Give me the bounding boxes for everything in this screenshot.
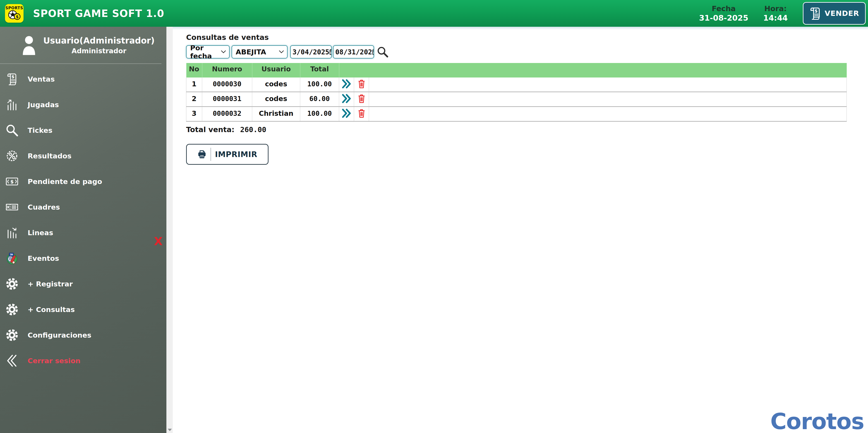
vender-label: VENDER — [825, 9, 859, 18]
search-icon — [5, 124, 19, 137]
scrollbar-down-arrow-icon[interactable] — [168, 429, 172, 431]
date-from-input[interactable]: 3/04/2025 — [290, 45, 332, 58]
sidebar-item-configuraciones[interactable]: Configuraciones — [0, 322, 166, 348]
calendar-icon[interactable] — [330, 49, 332, 55]
svg-text:$: $ — [814, 8, 818, 13]
sidebar-item-tickes[interactable]: Tickes — [0, 117, 166, 143]
sidebar-item-pendiente-de-pago[interactable]: $ Pendiente de pago — [0, 169, 166, 194]
user-name: Usuario(Administrador) — [43, 35, 155, 47]
imprimir-label: IMPRIMIR — [215, 150, 257, 159]
filter-type-select[interactable]: Por fecha — [186, 45, 229, 58]
sidebar-item-lineas[interactable]: Lineas — [0, 220, 166, 246]
main-content: Consultas de ventas Por fecha ABEJITA 3/… — [173, 27, 868, 433]
sidebar-item-cerrar-sesion[interactable]: Cerrar sesion — [0, 348, 166, 373]
sidebar-item-resultados[interactable]: Resultados — [0, 143, 166, 169]
sidebar-item-label: Configuraciones — [28, 331, 91, 339]
sidebar-item-consultas[interactable]: + Consultas — [0, 297, 166, 322]
cell-usuario: codes — [252, 78, 300, 92]
close-x-button[interactable]: X — [154, 236, 163, 247]
user-panel: Usuario(Administrador) Administrador — [0, 27, 166, 62]
fecha-label: Fecha — [712, 4, 736, 13]
table-row: 3 0000032 Christian 100.00 — [186, 107, 847, 121]
cell-usuario: Christian — [252, 107, 300, 121]
sidebar-nav: $ Ventas Jugadas Tickes — [0, 64, 166, 373]
date-from-value: 3/04/2025 — [292, 48, 330, 56]
gear-icon — [5, 303, 19, 316]
date-to-input[interactable]: 08/31/202 — [333, 45, 374, 58]
logo-text: SPORTS — [5, 6, 23, 10]
total-line: Total venta: 260.00 — [186, 125, 868, 134]
cell-no: 2 — [186, 92, 202, 107]
table-row: 1 0000030 codes 100.00 — [186, 78, 847, 92]
hora-block: Hora: 14:44 — [763, 4, 787, 23]
percent-badge-icon — [5, 150, 19, 162]
cell-no: 1 — [186, 78, 202, 92]
svg-text:$: $ — [11, 74, 14, 79]
sports-event-icon — [5, 252, 19, 265]
sidebar-item-label: Eventos — [28, 254, 59, 262]
fecha-value: 31-08-2025 — [699, 13, 748, 23]
col-actions — [339, 63, 847, 78]
sidebar-item-label: + Registrar — [28, 280, 73, 288]
sales-table: No Numero Usuario Total 1 0000030 codes … — [186, 63, 847, 122]
col-total: Total — [300, 63, 339, 78]
date-to-value: 08/31/202 — [335, 48, 372, 56]
sidebar-item-jugadas[interactable]: Jugadas — [0, 92, 166, 117]
svg-text:$: $ — [16, 14, 19, 19]
open-ticket-button[interactable] — [339, 78, 354, 92]
delete-ticket-button[interactable] — [354, 92, 369, 107]
button-divider — [211, 148, 211, 161]
sidebar-item-label: Cuadres — [28, 203, 60, 211]
sidebar-item-label: Jugadas — [28, 100, 59, 109]
chart-up-icon — [5, 99, 19, 111]
imprimir-button[interactable]: IMPRIMIR — [186, 144, 269, 165]
delete-ticket-button[interactable] — [354, 78, 369, 92]
ticket-icon — [5, 203, 19, 211]
receipt-icon: $ — [5, 73, 19, 85]
banknote-icon: $ — [5, 177, 19, 186]
table-row: 2 0000031 codes 60.00 — [186, 92, 847, 107]
cell-numero: 0000030 — [202, 78, 252, 92]
sidebar-item-cuadres[interactable]: Cuadres — [0, 194, 166, 220]
sidebar: Usuario(Administrador) Administrador $ V… — [0, 27, 166, 433]
sidebar-item-label: Tickes — [28, 126, 52, 134]
cell-total: 100.00 — [300, 107, 339, 121]
filters-bar: Por fecha ABEJITA 3/04/2025 — [186, 45, 868, 58]
user-avatar-icon — [22, 34, 36, 56]
sidebar-scrollbar-track[interactable] — [166, 27, 173, 433]
filter-user-select[interactable]: ABEJITA — [231, 45, 287, 58]
corotos-watermark: Corotos — [770, 410, 864, 433]
cell-total: 100.00 — [300, 78, 339, 92]
cell-filler — [369, 78, 847, 92]
sidebar-item-label: Pendiente de pago — [28, 177, 102, 185]
logout-label: Cerrar sesion — [28, 357, 81, 365]
col-no: No — [186, 63, 202, 78]
user-role: Administrador — [71, 47, 126, 56]
gear-icon — [5, 278, 19, 290]
sidebar-item-ventas[interactable]: $ Ventas — [0, 66, 166, 92]
vender-button[interactable]: $ VENDER — [803, 2, 866, 25]
page-title: Consultas de ventas — [186, 33, 868, 42]
chevron-down-icon — [221, 50, 226, 54]
cell-numero: 0000031 — [202, 92, 252, 107]
col-usuario: Usuario — [252, 63, 300, 78]
receipt-icon: $ — [809, 7, 821, 20]
table-header-row: No Numero Usuario Total — [186, 63, 847, 78]
calendar-icon[interactable] — [372, 49, 374, 55]
filter-user-value: ABEJITA — [236, 48, 266, 56]
cell-no: 3 — [186, 107, 202, 121]
svg-text:$: $ — [10, 179, 14, 184]
sidebar-item-label: Ventas — [28, 75, 55, 83]
double-chevron-left-icon — [5, 354, 19, 368]
chevron-down-icon — [279, 50, 284, 54]
gear-icon — [5, 329, 19, 342]
open-ticket-button[interactable] — [339, 92, 354, 107]
sidebar-item-label: Resultados — [28, 152, 71, 160]
printer-icon — [197, 150, 207, 159]
open-ticket-button[interactable] — [339, 107, 354, 121]
search-button[interactable] — [377, 46, 389, 58]
delete-ticket-button[interactable] — [354, 107, 369, 121]
app-logo: SPORTS $ — [5, 4, 24, 23]
sidebar-item-eventos[interactable]: Eventos — [0, 246, 166, 271]
sidebar-item-registrar[interactable]: + Registrar — [0, 271, 166, 297]
